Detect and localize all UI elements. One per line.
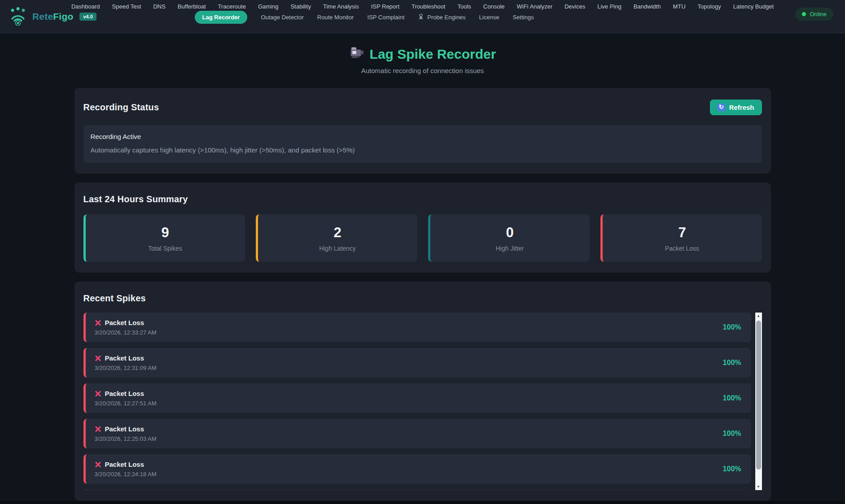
brand[interactable]: ReteFigo v4.0 (9, 6, 96, 27)
cross-mark-icon (95, 355, 101, 361)
spike-row: Packet Loss 3/20/2026, 12:27:51 AM 100% (83, 383, 751, 413)
refresh-button[interactable]: ↻ Refresh (710, 100, 762, 115)
nav-item-probe-engines[interactable]: Probe Engines (418, 13, 465, 21)
stat-value: 0 (506, 225, 513, 241)
recent-spikes-heading: Recent Spikes (83, 293, 762, 304)
spike-type: Packet Loss (105, 390, 144, 397)
page-subtitle: Automatic recording of connection issues (0, 67, 845, 74)
spike-type: Packet Loss (105, 461, 144, 468)
spike-loss-value: 100% (723, 465, 741, 473)
brand-name: ReteFigo (32, 11, 73, 22)
spike-timestamp: 3/20/2026, 12:25:03 AM (95, 435, 157, 442)
spike-loss-value: 100% (723, 323, 741, 331)
stat-packet-loss: 7 Packet Loss (600, 214, 762, 262)
nav-item-time-analysis[interactable]: Time Analysis (323, 3, 359, 10)
spike-loss-value: 100% (723, 394, 741, 402)
refresh-button-label: Refresh (729, 104, 754, 111)
recording-status-card: Recording Status ↻ Refresh Recording Act… (74, 88, 771, 174)
stat-high-latency: 2 High Latency (256, 214, 417, 262)
spike-row: Packet Loss 3/20/2026, 12:24:18 AM 100% (83, 454, 751, 484)
recording-status-panel: Recording Active Automatically captures … (83, 125, 762, 163)
spike-list: Packet Loss 3/20/2026, 12:33:27 AM 100% … (83, 313, 762, 490)
recording-status-header: Recording Status ↻ Refresh (83, 100, 762, 115)
nav-item-settings[interactable]: Settings (512, 14, 534, 21)
nav-item-isp-complaint[interactable]: ISP Complaint (367, 14, 404, 21)
online-dot-icon (802, 12, 806, 16)
nav-item-isp-report[interactable]: ISP Report (371, 3, 399, 10)
nav-item-lag-recorder[interactable]: Lag Recorder (195, 11, 248, 24)
page-title: Lag Spike Recorder (349, 46, 496, 62)
spike-info: Packet Loss 3/20/2026, 12:27:51 AM (95, 390, 157, 407)
spike-timestamp: 3/20/2026, 12:24:18 AM (95, 471, 157, 478)
online-status-badge: Online (795, 8, 833, 21)
nav-item-wifi-analyzer[interactable]: WiFi Analyzer (517, 3, 552, 10)
nav-item-topology[interactable]: Topology (698, 3, 721, 10)
nav-item-live-ping[interactable]: Live Ping (597, 3, 621, 10)
scrollbar-thumb[interactable] (756, 321, 761, 469)
recording-description: Automatically captures high latency (>10… (91, 146, 755, 154)
nav-item-route-monitor[interactable]: Route Monitor (317, 14, 354, 21)
spike-info: Packet Loss 3/20/2026, 12:31:09 AM (95, 354, 157, 371)
spike-type: Packet Loss (105, 354, 144, 362)
content-container: Recording Status ↻ Refresh Recording Act… (74, 88, 771, 501)
cross-mark-icon (95, 426, 101, 432)
summary-card: Last 24 Hours Summary 9 Total Spikes 2 H… (74, 182, 771, 273)
nav-item-devices[interactable]: Devices (565, 3, 585, 10)
list-scrollbar[interactable]: ▲ ▼ (755, 313, 762, 490)
stat-label: Packet Loss (665, 245, 699, 252)
stat-label: High Jitter (495, 245, 524, 252)
online-status-label: Online (810, 11, 827, 17)
spike-info: Packet Loss 3/20/2026, 12:24:18 AM (95, 461, 157, 478)
top-navbar: ReteFigo v4.0 Dashboard Speed Test DNS B… (0, 0, 845, 33)
nav-item-outage-detector[interactable]: Outage Detector (261, 14, 303, 21)
nav-item-bandwidth[interactable]: Bandwidth (634, 3, 661, 10)
nav-item-stability[interactable]: Stability (290, 3, 311, 10)
spike-row: Packet Loss 3/20/2026, 12:31:09 AM 100% (83, 348, 751, 378)
refresh-icon: ↻ (718, 104, 725, 111)
nav-item-troubleshoot[interactable]: Troubleshoot (412, 3, 445, 10)
version-badge: v4.0 (79, 13, 96, 21)
recent-spikes-card: Recent Spikes Packet Loss 3/20/2026, 12:… (74, 282, 771, 501)
brand-logo-icon (9, 6, 28, 27)
page-header: Lag Spike Recorder Automatic recording o… (0, 33, 845, 74)
nav-item-tools[interactable]: Tools (457, 3, 471, 10)
nav-row-primary: Dashboard Speed Test DNS Bufferbloat Tra… (71, 3, 774, 10)
scrollbar-down-arrow-icon[interactable]: ▼ (755, 483, 762, 490)
stat-label: Total Spikes (148, 245, 182, 252)
spike-info: Packet Loss 3/20/2026, 12:33:27 AM (95, 319, 157, 336)
summary-stats-grid: 9 Total Spikes 2 High Latency 0 High Jit… (83, 214, 762, 262)
spike-type: Packet Loss (105, 425, 144, 433)
alembic-icon (418, 13, 424, 21)
spike-row: Packet Loss 3/20/2026, 12:25:03 AM 100% (83, 419, 751, 448)
main-nav: Dashboard Speed Test DNS Bufferbloat Tra… (0, 0, 845, 21)
stat-value: 2 (333, 225, 341, 241)
spike-timestamp: 3/20/2026, 12:33:27 AM (95, 329, 157, 336)
nav-item-license[interactable]: License (479, 14, 499, 21)
scrollbar-up-arrow-icon[interactable]: ▲ (755, 313, 762, 319)
spike-loss-value: 100% (723, 359, 741, 367)
cross-mark-icon (95, 320, 101, 326)
nav-item-traceroute[interactable]: Traceroute (218, 3, 246, 10)
spike-type: Packet Loss (105, 319, 144, 326)
stat-value: 7 (678, 225, 686, 241)
nav-item-dns[interactable]: DNS (153, 3, 165, 10)
movie-camera-icon (349, 46, 364, 62)
spike-timestamp: 3/20/2026, 12:31:09 AM (95, 365, 157, 371)
stat-total-spikes: 9 Total Spikes (83, 214, 245, 262)
nav-row-secondary: Lag Recorder Outage Detector Route Monit… (195, 13, 534, 21)
page-title-text: Lag Spike Recorder (370, 47, 496, 62)
spike-loss-value: 100% (723, 430, 741, 438)
nav-item-bufferbloat[interactable]: Bufferbloat (178, 3, 206, 10)
nav-item-gaming[interactable]: Gaming (258, 3, 279, 10)
spike-row: Packet Loss 3/20/2026, 12:33:27 AM 100% (83, 313, 751, 342)
cross-mark-icon (95, 461, 101, 468)
nav-item-console[interactable]: Console (483, 3, 505, 10)
spike-info: Packet Loss 3/20/2026, 12:25:03 AM (95, 425, 157, 442)
nav-item-mtu[interactable]: MTU (673, 3, 685, 10)
cross-mark-icon (95, 391, 101, 397)
nav-item-latency-budget[interactable]: Latency Budget (733, 3, 774, 10)
main-content: Lag Spike Recorder Automatic recording o… (0, 33, 845, 501)
nav-item-speed-test[interactable]: Speed Test (112, 3, 141, 10)
stat-value: 9 (161, 225, 169, 241)
stat-high-jitter: 0 High Jitter (428, 214, 590, 262)
